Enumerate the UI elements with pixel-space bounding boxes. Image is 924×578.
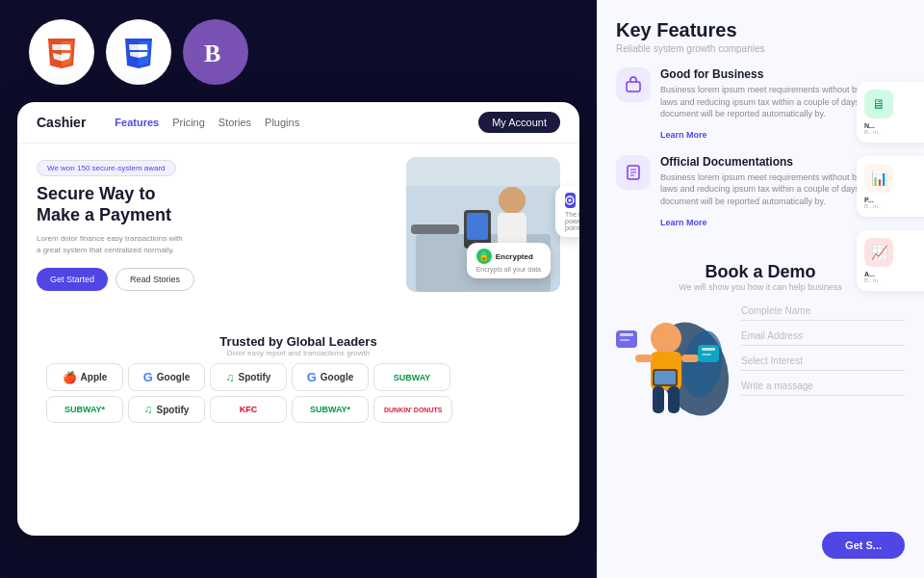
partial-card-p-title: P... bbox=[864, 197, 924, 203]
my-account-button[interactable]: My Account bbox=[478, 112, 560, 133]
trusted-title: Trusted by Global Leaders bbox=[37, 334, 560, 349]
svg-rect-21 bbox=[467, 213, 488, 240]
encrypted-desc: Encrypts all your data bbox=[476, 266, 541, 273]
svg-point-18 bbox=[499, 187, 526, 214]
logo-google-1: G Google bbox=[128, 363, 205, 391]
svg-point-31 bbox=[651, 323, 681, 354]
hero-description: Lorem dolor finance easy transactions wi… bbox=[37, 233, 391, 256]
docs-icon-box bbox=[616, 155, 651, 190]
google-icon-1: G bbox=[143, 370, 153, 384]
svg-marker-9 bbox=[139, 44, 147, 50]
key-features-subtitle: Reliable system growth companies bbox=[616, 43, 905, 54]
svg-marker-2 bbox=[52, 44, 62, 50]
partial-card-n-icon: 🖥 bbox=[864, 90, 893, 118]
nav-logo: Cashier bbox=[37, 115, 86, 130]
nav-link-features[interactable]: Features bbox=[115, 117, 159, 128]
svg-marker-3 bbox=[62, 44, 70, 50]
svg-rect-33 bbox=[635, 355, 653, 362]
html5-icon bbox=[29, 19, 94, 85]
spotify-icon-2: ♫ bbox=[144, 403, 153, 416]
logo-spotify-2: ♫ Spotify bbox=[128, 396, 205, 423]
partial-card-n: 🖥 N... B.. m.. bbox=[857, 82, 924, 143]
complete-name-input[interactable] bbox=[741, 302, 905, 321]
nav-link-pricing[interactable]: Pricing bbox=[172, 117, 205, 128]
logo-subway-2: SUBWAY* bbox=[46, 396, 123, 423]
svg-rect-41 bbox=[702, 348, 715, 351]
svg-rect-24 bbox=[627, 82, 640, 92]
learn-more-business[interactable]: Learn More bbox=[660, 130, 707, 140]
svg-rect-19 bbox=[498, 213, 526, 247]
svg-rect-23 bbox=[406, 157, 560, 186]
learn-more-docs[interactable]: Learn More bbox=[660, 218, 707, 227]
award-badge: We won 150 secure-system award bbox=[37, 160, 176, 176]
point-system-card: Point System The most powerfullpoints sy… bbox=[555, 186, 579, 237]
svg-marker-8 bbox=[129, 44, 139, 50]
get-started-button[interactable]: Get Started bbox=[37, 268, 108, 291]
hero-buttons: Get Started Read Stories bbox=[37, 268, 391, 291]
encrypted-title: Encrypted bbox=[496, 252, 533, 261]
svg-rect-34 bbox=[681, 355, 699, 362]
google-icon-2: G bbox=[307, 370, 317, 384]
nav-links: Features Pricing Stories Plugins bbox=[115, 117, 299, 128]
svg-rect-42 bbox=[702, 354, 711, 355]
encrypted-card: 🔒 Encrypted Encrypts all your data bbox=[467, 243, 551, 278]
bootstrap-icon: B bbox=[183, 19, 248, 85]
logo-kfc: KFC bbox=[210, 396, 287, 423]
hero-image-area: Point System The most powerfullpoints sy… bbox=[406, 157, 560, 327]
svg-rect-36 bbox=[668, 386, 680, 413]
key-features-header: Key Features Reliable system growth comp… bbox=[616, 19, 905, 54]
logo-spotify-1: ♫ Spotify bbox=[210, 363, 287, 391]
read-stories-button[interactable]: Read Stories bbox=[116, 268, 194, 291]
svg-rect-38 bbox=[620, 333, 633, 336]
left-panel: B Cashier Features Pricing Stories Plugi… bbox=[0, 0, 597, 578]
email-address-input[interactable] bbox=[741, 327, 905, 346]
logo-google-2: G Google bbox=[292, 363, 369, 391]
key-features-title: Key Features bbox=[616, 19, 905, 41]
get-started-demo-button[interactable]: Get S... bbox=[822, 532, 905, 559]
features-and-partials: Good for Business Business lorem ipsum m… bbox=[616, 67, 905, 243]
svg-rect-22 bbox=[411, 224, 459, 234]
partial-card-a: 📈 A... B.. m.. bbox=[857, 230, 924, 291]
business-icon-box bbox=[616, 67, 651, 102]
demo-layout bbox=[616, 302, 905, 436]
point-system-desc: The most powerfullpoints system bbox=[565, 211, 579, 231]
partial-card-a-title: A... bbox=[864, 271, 924, 277]
logo-apple: 🍎 Apple bbox=[46, 363, 123, 391]
hero-title: Secure Way toMake a Payment bbox=[37, 184, 391, 225]
tech-icons-row: B bbox=[0, 0, 597, 94]
nav-link-stories[interactable]: Stories bbox=[218, 117, 251, 128]
logo-subway-1: SUBWAY bbox=[373, 363, 450, 391]
spotify-icon-1: ♫ bbox=[226, 371, 235, 384]
partial-card-p: 📊 P... B.. m.. bbox=[857, 156, 924, 217]
partial-card-a-icon: 📈 bbox=[864, 238, 893, 267]
partial-card-n-title: N... bbox=[864, 122, 924, 129]
mockup-nav: Cashier Features Pricing Stories Plugins… bbox=[17, 102, 579, 144]
demo-illustration bbox=[616, 302, 732, 436]
demo-form bbox=[741, 302, 905, 396]
logo-dunkin: DUNKIN' DONUTS bbox=[373, 396, 452, 423]
nav-link-plugins[interactable]: Plugins bbox=[265, 117, 299, 128]
logo-row-2: SUBWAY* ♫ Spotify KFC SUBWAY* DUNKIN' DO… bbox=[37, 396, 560, 423]
right-panel: Key Features Reliable system growth comp… bbox=[597, 0, 924, 578]
trusted-subtitle: Dolor easy report and transactions growt… bbox=[37, 349, 560, 357]
partial-cards: 🖥 N... B.. m.. 📊 P... B.. m.. 📈 A... B..… bbox=[857, 82, 924, 291]
select-interest-input[interactable] bbox=[741, 352, 905, 371]
css3-icon bbox=[106, 19, 171, 85]
partial-card-p-icon: 📊 bbox=[864, 164, 893, 193]
write-message-input[interactable] bbox=[741, 377, 905, 396]
trusted-section: Trusted by Global Leaders Dolor easy rep… bbox=[17, 327, 579, 432]
mockup-card: Cashier Features Pricing Stories Plugins… bbox=[17, 102, 579, 536]
logo-row-1: 🍎 Apple G Google ♫ Spotify G Google SUBW… bbox=[37, 363, 560, 391]
hero-text: We won 150 secure-system award Secure Wa… bbox=[37, 157, 391, 327]
svg-rect-35 bbox=[653, 386, 664, 413]
svg-text:B: B bbox=[204, 39, 220, 67]
logo-subway-3: SUBWAY* bbox=[292, 396, 369, 423]
svg-rect-39 bbox=[620, 339, 629, 341]
mockup-hero: We won 150 secure-system award Secure Wa… bbox=[17, 144, 579, 327]
svg-rect-44 bbox=[654, 371, 676, 384]
feature-business-title: Good for Business bbox=[660, 67, 905, 81]
apple-icon: 🍎 bbox=[63, 371, 77, 384]
